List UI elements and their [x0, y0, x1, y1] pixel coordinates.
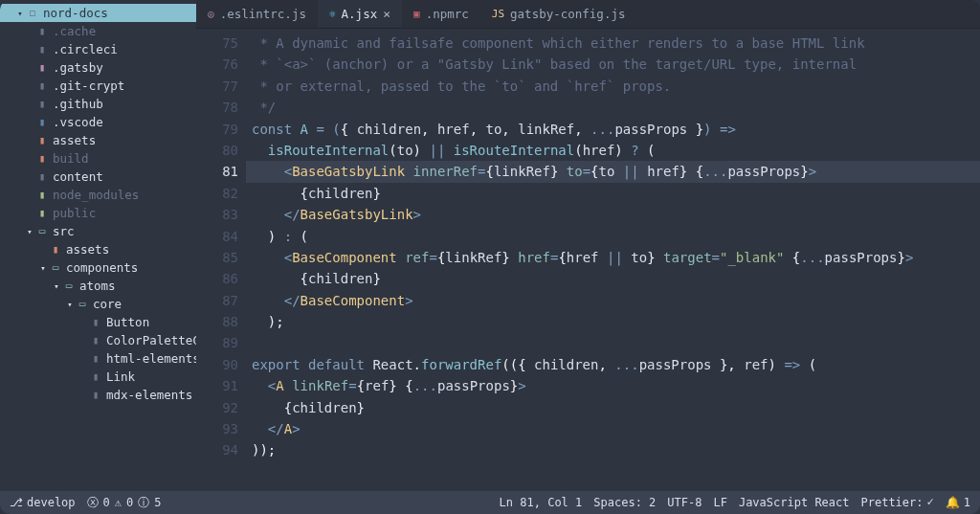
code-line[interactable]: export default React.forwardRef(({ child… [252, 354, 980, 375]
chevron-icon: ▾ [25, 227, 34, 236]
tree-item-label: public [53, 206, 96, 220]
tree-item[interactable]: ▮ColorPaletteCard [0, 331, 196, 349]
line-number: 79 [196, 119, 238, 140]
code-line[interactable]: </BaseComponent> [252, 290, 980, 311]
editor-tab[interactable]: ⚛A.jsx× [318, 0, 402, 28]
tree-item-label: .vscode [53, 115, 103, 129]
line-number: 76 [196, 54, 238, 75]
code-line[interactable]: {children} [252, 397, 980, 418]
folder-icon: ▮ [48, 243, 63, 256]
tree-item[interactable]: ▮.github [0, 95, 196, 113]
folder-icon: ▮ [88, 334, 103, 346]
tree-item[interactable]: ▾▭src [0, 222, 196, 240]
tree-item-label: assets [66, 242, 109, 257]
code-line[interactable]: )); [252, 439, 980, 460]
tree-item-label: .cache [53, 24, 96, 38]
line-number: 75 [196, 33, 238, 54]
code-line[interactable]: </A> [252, 418, 980, 439]
git-branch[interactable]: ⎇ develop [10, 496, 76, 509]
branch-name: develop [27, 496, 76, 509]
code-line[interactable]: <BaseGatsbyLink innerRef={linkRef} to={t… [246, 161, 980, 182]
folder-icon: ▮ [88, 389, 103, 401]
warning-count: 0 [126, 496, 134, 509]
folder-icon: ▮ [34, 134, 50, 146]
tree-item-label: .gatsby [53, 60, 103, 75]
tree-item-label: .circleci [53, 42, 118, 56]
folder-icon: ▭ [75, 298, 90, 310]
code-line[interactable]: </BaseGatsbyLink> [252, 204, 980, 225]
code-editor[interactable]: 7576777879808182838485868788899091929394… [196, 29, 980, 491]
diagnostics[interactable]: ⓧ0 ⚠0 ⓘ5 [87, 495, 163, 511]
code-line[interactable]: * or external, passed to the `to` and `h… [252, 76, 980, 97]
tree-item-label: .github [53, 97, 103, 111]
tab-label: .npmrc [426, 7, 469, 21]
file-type-icon: ⚛ [329, 8, 336, 20]
tree-item[interactable]: ▮assets [0, 240, 196, 258]
tree-item[interactable]: ▮content [0, 168, 196, 186]
folder-icon: ▮ [34, 116, 50, 128]
code-line[interactable]: * `<a>` (anchor) or a "Gatsby Link" base… [252, 54, 980, 75]
editor-tab[interactable]: JSgatsby-config.js [480, 0, 637, 28]
tree-item[interactable]: ▮node_modules [0, 186, 196, 204]
code-line[interactable]: ); [252, 311, 980, 332]
tab-label: A.jsx [342, 7, 378, 21]
editor-tab[interactable]: ◎.eslintrc.js [196, 0, 318, 28]
chevron-icon: ▾ [38, 263, 48, 273]
tree-item[interactable]: ▮.circleci [0, 40, 196, 58]
code-line[interactable]: const A = ({ children, href, to, linkRef… [252, 119, 980, 140]
folder-icon: ▭ [34, 225, 50, 237]
line-number: 91 [196, 375, 238, 396]
tree-item[interactable]: ▮mdx-elements [0, 386, 196, 404]
code-line[interactable]: {children} [252, 183, 980, 204]
code-content[interactable]: * A dynamic and failsafe component which… [252, 33, 980, 491]
tree-item-label: mdx-elements [106, 388, 192, 402]
line-number: 84 [196, 226, 238, 247]
folder-icon: ▮ [88, 316, 103, 328]
tree-item[interactable]: ▾◻nord-docs [0, 4, 196, 22]
folder-icon: ▮ [34, 79, 50, 92]
code-line[interactable]: {children} [252, 268, 980, 289]
eol[interactable]: LF [713, 496, 726, 509]
language-mode[interactable]: JavaScript React [739, 496, 850, 509]
tab-label: gatsby-config.js [510, 7, 625, 21]
tree-item[interactable]: ▮.cache [0, 22, 196, 40]
code-line[interactable]: * A dynamic and failsafe component which… [252, 33, 980, 54]
tree-item[interactable]: ▮.vscode [0, 113, 196, 131]
code-line[interactable]: isRouteInternal(to) || isRouteInternal(h… [252, 140, 980, 161]
code-line[interactable]: ) : ( [252, 226, 980, 247]
code-line[interactable]: <A linkRef={ref} {...passProps}> [252, 375, 980, 396]
tree-item[interactable]: ▾▭core [0, 295, 196, 313]
indentation[interactable]: Spaces: 2 [593, 496, 656, 509]
tree-item[interactable]: ▮assets [0, 131, 196, 149]
tree-item[interactable]: ▮Link [0, 368, 196, 386]
prettier-status[interactable]: Prettier: ✓ [861, 496, 934, 509]
editor-tab[interactable]: ▣.npmrc [402, 0, 480, 28]
line-number: 92 [196, 397, 238, 418]
code-line[interactable] [252, 332, 980, 353]
code-line[interactable]: */ [252, 97, 980, 118]
close-icon[interactable]: × [383, 7, 390, 21]
chevron-icon: ▾ [15, 9, 25, 18]
notifications[interactable]: 🔔 1 [946, 496, 970, 509]
file-type-icon: ▣ [413, 8, 420, 20]
line-number: 81 [196, 161, 238, 182]
sidebar-file-explorer[interactable]: ▾◻nord-docs▮.cache▮.circleci▮.gatsby▮.gi… [0, 0, 196, 491]
tree-item-label: node_modules [53, 188, 139, 202]
tree-item-label: Link [106, 369, 135, 384]
tree-item[interactable]: ▮public [0, 204, 196, 222]
code-line[interactable]: <BaseComponent ref={linkRef} href={href … [252, 247, 980, 268]
tree-item[interactable]: ▾▭components [0, 258, 196, 277]
folder-icon: ▮ [34, 152, 50, 165]
tree-item[interactable]: ▾▭atoms [0, 277, 196, 295]
line-number: 87 [196, 290, 238, 311]
folder-icon: ▮ [34, 207, 50, 219]
tree-item[interactable]: ▮Button [0, 313, 196, 331]
tree-item[interactable]: ▮.gatsby [0, 58, 196, 77]
file-type-icon: ◎ [208, 8, 214, 20]
cursor-position[interactable]: Ln 81, Col 1 [500, 496, 583, 509]
line-number: 80 [196, 140, 238, 161]
tree-item[interactable]: ▮.git-crypt [0, 77, 196, 95]
tree-item[interactable]: ▮build [0, 149, 196, 168]
tree-item[interactable]: ▮html-elements [0, 349, 196, 368]
encoding[interactable]: UTF-8 [667, 496, 702, 509]
